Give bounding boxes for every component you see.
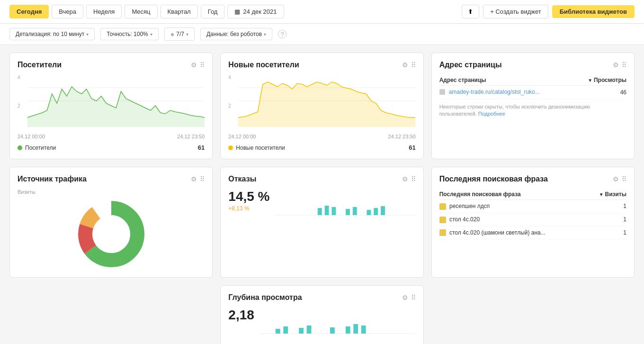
accuracy-arrow: ▾ [150, 32, 152, 37]
last-search-gear-icon[interactable]: ⚙ [613, 175, 619, 183]
donut-chart [18, 199, 205, 270]
last-search-grid-icon[interactable]: ⠿ [622, 175, 626, 183]
svg-rect-22 [299, 328, 304, 334]
export-button[interactable]: ⬆ [462, 5, 479, 18]
detail-filter[interactable]: Детализация: по 10 минут ▾ [9, 28, 95, 40]
depth-chart [260, 308, 416, 336]
svg-rect-25 [346, 326, 350, 334]
depth-actions: ⚙ ⠿ [402, 294, 416, 301]
visitors-gear-icon[interactable]: ⚙ [191, 61, 197, 69]
tab-year[interactable]: Год [201, 5, 225, 18]
svg-rect-26 [353, 324, 358, 334]
svg-rect-15 [352, 207, 357, 215]
new-visitors-x-labels: 24.12 00:00 24.12 23:50 [228, 134, 415, 139]
dashboard: Посетители ⚙ ⠿ 4 2 24.12 00:00 24.12 23:… [0, 45, 644, 344]
page-address-row-value: 46 [574, 86, 626, 100]
bounces-svg [276, 189, 416, 217]
bounces-gear-icon[interactable]: ⚙ [402, 175, 408, 183]
depth-grid-icon[interactable]: ⠿ [411, 294, 416, 301]
tab-quarter[interactable]: Квартал [161, 5, 198, 18]
bounces-value: 14,5 % [228, 189, 269, 204]
page-address-actions: ⚙ ⠿ [613, 61, 626, 69]
sort-arrow: ▼ [588, 78, 594, 83]
filter-bar: Детализация: по 10 минут ▾ Точность: 100… [0, 24, 644, 45]
create-widget-button[interactable]: + Создать виджет [483, 5, 548, 18]
depth-gear-icon[interactable]: ⚙ [402, 294, 408, 301]
svg-marker-5 [238, 82, 416, 127]
table-row: amadey-trade.ru/catalog/stol_ruko... 46 [439, 86, 626, 100]
date-picker-button[interactable]: ▦ 24 дек 2021 [227, 5, 284, 18]
page-address-grid-icon[interactable]: ⠿ [622, 61, 626, 69]
bounces-delta: +8,13 % [228, 205, 269, 212]
new-visitors-gear-icon[interactable]: ⚙ [402, 61, 408, 69]
last-search-table-header: Последняя поисковая фраза ▼ Визиты [439, 189, 626, 200]
table-row: стол 4с.020 1 [439, 213, 626, 226]
data-arrow: ▾ [264, 32, 266, 37]
detail-arrow: ▾ [86, 32, 89, 37]
date-label: 24 дек 2021 [243, 8, 277, 15]
tab-yesterday[interactable]: Вчера [52, 5, 83, 18]
tab-week[interactable]: Неделя [86, 5, 122, 18]
traffic-source-title: Источник трафика [18, 175, 87, 183]
data-filter[interactable]: Данные: без роботов ▾ [200, 28, 272, 40]
traffic-source-gear-icon[interactable]: ⚙ [191, 175, 197, 183]
visitors-header: Посетители ⚙ ⠿ [18, 61, 205, 69]
tab-today[interactable]: Сегодня [9, 5, 49, 18]
page-address-widget: Адрес страницы ⚙ ⠿ Адрес страницы ▼ Прос… [431, 53, 635, 159]
search-phrase-3: стол 4с.020 (шамони светлый) ана... [439, 226, 588, 239]
search-phrase-2: стол 4с.020 [439, 213, 588, 226]
last-search-title: Последняя поисковая фраза [439, 175, 548, 183]
svg-rect-13 [331, 207, 336, 215]
depth-value: 2,18 [228, 308, 254, 323]
search-icon-1 [439, 203, 446, 210]
accuracy-label: Точность: 100% [107, 31, 148, 37]
tab-month[interactable]: Месяц [125, 5, 157, 18]
hidden-rows-link[interactable]: Подробнее [478, 111, 505, 117]
visitors-y-mid: 2 [18, 103, 20, 109]
page-address-url: amadey-trade.ru/catalog/stol_ruko... [439, 86, 574, 100]
last-search-col2: ▼ Визиты [588, 189, 626, 200]
visitors-actions: ⚙ ⠿ [191, 61, 205, 69]
traffic-source-widget: Источник трафика ⚙ ⠿ Визиты [9, 167, 213, 278]
new-visitors-header: Новые посетители ⚙ ⠿ [228, 61, 415, 69]
table-row: стол 4с.020 (шамони светлый) ана... 1 [439, 226, 626, 239]
traffic-subtitle: Визиты [18, 189, 205, 195]
new-visitors-legend-dot [228, 145, 233, 150]
visitors-svg [18, 75, 205, 127]
bounces-left: 14,5 % +8,13 % [228, 189, 269, 212]
page-address-gear-icon[interactable]: ⚙ [613, 61, 619, 69]
library-button[interactable]: Библиотека виджетов [552, 5, 635, 18]
new-visitors-svg [228, 75, 415, 127]
bounces-grid-icon[interactable]: ⠿ [411, 175, 416, 183]
traffic-source-grid-icon[interactable]: ⠿ [200, 175, 205, 183]
new-visitors-widget: Новые посетители ⚙ ⠿ 4 2 24.12 00:00 24.… [220, 53, 423, 159]
export-icon: ⬆ [468, 8, 473, 15]
new-visitors-y-mid: 2 [228, 103, 231, 109]
visitors-legend-item: Посетители [18, 145, 56, 151]
segments-filter[interactable]: ● 7/7 ▾ [164, 27, 195, 41]
svg-rect-18 [381, 206, 385, 215]
search-value-3: 1 [588, 226, 626, 239]
visitors-legend: Посетители 61 [18, 144, 205, 151]
bounces-title: Отказы [228, 175, 256, 183]
url-link[interactable]: amadey-trade.ru/catalog/stol_ruko... [449, 89, 540, 95]
depth-title: Глубина просмотра [228, 293, 302, 302]
new-visitors-grid-icon[interactable]: ⠿ [411, 61, 416, 69]
depth-left: 2,18 [228, 308, 254, 323]
calendar-icon: ▦ [234, 8, 240, 15]
svg-point-9 [97, 220, 125, 248]
new-visitors-x-start: 24.12 00:00 [228, 134, 256, 139]
visitors-grid-icon[interactable]: ⠿ [200, 61, 205, 69]
last-search-header: Последняя поисковая фраза ⚙ ⠿ [439, 175, 626, 183]
info-icon[interactable]: ? [278, 30, 286, 38]
segments-label: 7/7 [176, 31, 184, 37]
svg-rect-17 [374, 208, 378, 215]
detail-label: Детализация: по 10 минут [16, 31, 84, 37]
visitors-title: Посетители [18, 61, 62, 69]
visitors-y-max: 4 [18, 75, 20, 80]
hidden-rows-note: Некоторые строки скрыты, чтобы исключить… [439, 103, 626, 118]
traffic-source-header: Источник трафика ⚙ ⠿ [18, 175, 205, 183]
accuracy-filter[interactable]: Точность: 100% ▾ [100, 28, 158, 40]
segments-arrow: ▾ [186, 32, 188, 37]
last-search-actions: ⚙ ⠿ [613, 175, 626, 183]
